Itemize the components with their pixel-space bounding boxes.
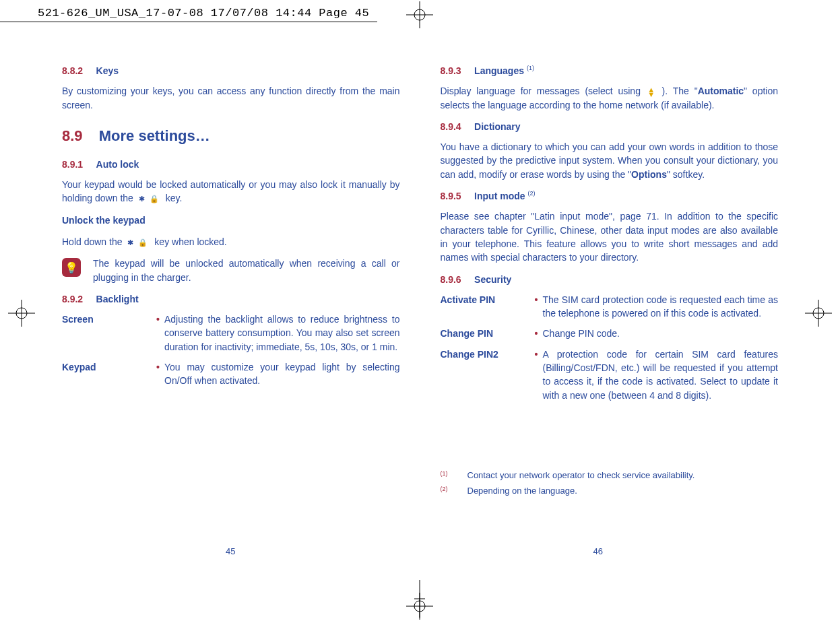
heading-8-8-2: 8.8.2 Keys [62, 64, 400, 77]
section-title: Backlight [96, 294, 139, 304]
def-change-pin2: Change PIN2 A protection code for certai… [441, 348, 779, 402]
section-number: 8.9.2 [62, 294, 83, 304]
def-keypad: Keypad You may customize your keypad lig… [62, 360, 400, 388]
text-fragment: Your keypad would be locked automaticall… [62, 179, 400, 203]
fold-crosshair-icon [414, 580, 425, 618]
heading-8-9-4: 8.9.4 Dictionary [441, 120, 779, 133]
section-number: 8.9.3 [441, 65, 461, 76]
heading-8-9-3: 8.9.3 Languages (1) [441, 64, 779, 77]
lightbulb-icon: 💡 [62, 258, 81, 277]
def-desc: You may customize your keypad light by s… [156, 360, 400, 388]
heading-8-9: 8.9 More settings… [62, 125, 400, 147]
para-dictionary: You have a dictionary to which you can a… [441, 140, 779, 181]
section-title: Dictionary [474, 121, 520, 132]
text-fragment: You have a dictionary to which you can a… [441, 141, 779, 180]
page-number-right: 46 [593, 546, 603, 556]
text-fragment: Hold down the [62, 236, 125, 247]
footnote-2: (2) Depending on the language. [441, 485, 779, 498]
section-title: Input mode [474, 191, 527, 201]
def-screen: Screen Adjusting the backlight allows to… [62, 313, 400, 354]
star-lock-key-icon: ✱ 🔒 [125, 238, 152, 249]
para-autolock: Your keypad would be locked automaticall… [62, 178, 400, 205]
para-languages: Display language for messages (select us… [441, 84, 779, 112]
section-title: Auto lock [96, 159, 139, 170]
text-fragment: key when locked. [154, 236, 226, 247]
footnotes: (1) Contact your network operator to che… [441, 469, 779, 498]
section-number: 8.9.5 [441, 191, 461, 201]
note-text: The keypad will be unlocked automaticall… [93, 257, 400, 284]
heading-8-9-5: 8.9.5 Input mode (2) [441, 189, 779, 203]
heading-8-9-1: 8.9.1 Auto lock [62, 158, 400, 171]
def-desc: Adjusting the backlight allows to reduce… [156, 313, 400, 354]
section-number: 8.9 [62, 127, 83, 144]
def-term: Screen [62, 313, 156, 354]
emphasis-options: Options [631, 169, 667, 180]
def-desc: The SIM card protection code is requeste… [535, 293, 779, 321]
para-keys: By customizing your keys, you can access… [62, 84, 400, 112]
def-desc: Change PIN code. [535, 327, 779, 340]
para-inputmode: Please see chapter "Latin input mode", p… [441, 209, 779, 264]
section-title: Keys [96, 65, 119, 76]
def-activate-pin: Activate PIN The SIM card protection cod… [441, 293, 779, 321]
def-term: Activate PIN [441, 293, 535, 321]
heading-8-9-2: 8.9.2 Backlight [62, 292, 400, 306]
footnote-mark: (2) [441, 485, 453, 498]
footnote-mark: (1) [441, 469, 453, 482]
left-column: 8.8.2 Keys By customizing your keys, you… [62, 57, 400, 581]
section-number: 8.9.6 [441, 274, 461, 285]
print-header: 521-626_UM_USA_17-07-08 17/07/08 14:44 P… [38, 7, 369, 20]
subheading-unlock: Unlock the keypad [62, 214, 400, 227]
para-unlock: Hold down the ✱ 🔒 key when locked. [62, 235, 400, 249]
registration-mark-left [8, 300, 35, 327]
heading-8-9-6: 8.9.6 Security [441, 273, 779, 286]
def-change-pin: Change PIN Change PIN code. [441, 327, 779, 340]
footnote-text: Contact your network operator to check s… [467, 469, 695, 482]
section-number: 8.9.4 [441, 121, 461, 132]
section-number: 8.8.2 [62, 65, 83, 76]
text-fragment: key. [166, 193, 183, 203]
section-title: Languages [474, 65, 527, 76]
registration-mark-right [805, 300, 832, 327]
section-title: Security [474, 274, 511, 285]
right-column: 8.9.3 Languages (1) Display language for… [441, 57, 779, 581]
footnote-1: (1) Contact your network operator to che… [441, 469, 779, 482]
print-header-rule [0, 22, 377, 22]
footnote-text: Depending on the language. [467, 485, 577, 498]
note-row: 💡 The keypad will be unlocked automatica… [62, 257, 400, 284]
text-fragment: " softkey. [667, 169, 705, 180]
def-desc: A protection code for certain SIM card f… [535, 348, 779, 402]
two-column-layout: 8.8.2 Keys By customizing your keys, you… [62, 57, 778, 581]
text-fragment: ). The " [662, 86, 698, 96]
text-fragment: Display language for messages (select us… [441, 86, 646, 96]
def-term: Change PIN [441, 327, 535, 340]
footnote-ref: (1) [527, 65, 534, 71]
up-down-nav-icon: ▲▼ [647, 88, 655, 97]
section-title: More settings… [99, 127, 210, 144]
def-term: Change PIN2 [441, 348, 535, 402]
page-number-left: 45 [226, 546, 235, 556]
registration-mark-top [406, 1, 433, 28]
def-term: Keypad [62, 360, 156, 388]
emphasis-automatic: Automatic [698, 86, 744, 96]
footnote-ref: (2) [527, 190, 535, 197]
section-number: 8.9.1 [62, 159, 83, 170]
star-lock-key-icon: ✱ 🔒 [136, 194, 163, 205]
